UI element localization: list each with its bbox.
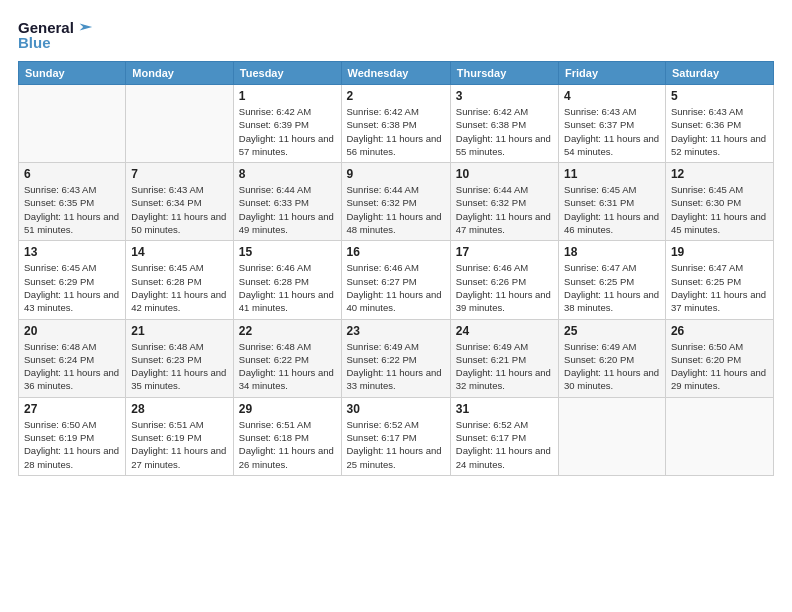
day-number: 30	[347, 402, 445, 416]
day-info: Sunrise: 6:46 AM Sunset: 6:26 PM Dayligh…	[456, 261, 553, 314]
day-info: Sunrise: 6:48 AM Sunset: 6:22 PM Dayligh…	[239, 340, 336, 393]
header: General Blue	[18, 18, 774, 51]
calendar-cell	[19, 85, 126, 163]
day-number: 26	[671, 324, 768, 338]
logo-blue: Blue	[18, 34, 51, 51]
calendar-cell: 15Sunrise: 6:46 AM Sunset: 6:28 PM Dayli…	[233, 241, 341, 319]
day-number: 24	[456, 324, 553, 338]
logo-arrow-icon	[76, 18, 94, 36]
day-info: Sunrise: 6:50 AM Sunset: 6:19 PM Dayligh…	[24, 418, 120, 471]
day-number: 23	[347, 324, 445, 338]
week-row-5: 27Sunrise: 6:50 AM Sunset: 6:19 PM Dayli…	[19, 397, 774, 475]
calendar-cell: 31Sunrise: 6:52 AM Sunset: 6:17 PM Dayli…	[450, 397, 558, 475]
calendar-cell: 29Sunrise: 6:51 AM Sunset: 6:18 PM Dayli…	[233, 397, 341, 475]
calendar-cell: 14Sunrise: 6:45 AM Sunset: 6:28 PM Dayli…	[126, 241, 233, 319]
svg-marker-0	[79, 23, 92, 30]
day-number: 10	[456, 167, 553, 181]
day-number: 11	[564, 167, 660, 181]
day-info: Sunrise: 6:43 AM Sunset: 6:34 PM Dayligh…	[131, 183, 227, 236]
calendar-cell: 27Sunrise: 6:50 AM Sunset: 6:19 PM Dayli…	[19, 397, 126, 475]
week-row-2: 6Sunrise: 6:43 AM Sunset: 6:35 PM Daylig…	[19, 163, 774, 241]
day-info: Sunrise: 6:44 AM Sunset: 6:33 PM Dayligh…	[239, 183, 336, 236]
day-info: Sunrise: 6:49 AM Sunset: 6:21 PM Dayligh…	[456, 340, 553, 393]
day-info: Sunrise: 6:45 AM Sunset: 6:30 PM Dayligh…	[671, 183, 768, 236]
day-number: 5	[671, 89, 768, 103]
calendar-cell: 21Sunrise: 6:48 AM Sunset: 6:23 PM Dayli…	[126, 319, 233, 397]
calendar-cell: 19Sunrise: 6:47 AM Sunset: 6:25 PM Dayli…	[665, 241, 773, 319]
calendar-cell: 26Sunrise: 6:50 AM Sunset: 6:20 PM Dayli…	[665, 319, 773, 397]
day-number: 9	[347, 167, 445, 181]
calendar-cell: 25Sunrise: 6:49 AM Sunset: 6:20 PM Dayli…	[559, 319, 666, 397]
weekday-header-sunday: Sunday	[19, 62, 126, 85]
calendar-header: SundayMondayTuesdayWednesdayThursdayFrid…	[19, 62, 774, 85]
day-info: Sunrise: 6:45 AM Sunset: 6:28 PM Dayligh…	[131, 261, 227, 314]
day-info: Sunrise: 6:52 AM Sunset: 6:17 PM Dayligh…	[347, 418, 445, 471]
logo-general: General	[18, 19, 74, 36]
day-info: Sunrise: 6:44 AM Sunset: 6:32 PM Dayligh…	[347, 183, 445, 236]
calendar-cell: 3Sunrise: 6:42 AM Sunset: 6:38 PM Daylig…	[450, 85, 558, 163]
calendar-cell: 17Sunrise: 6:46 AM Sunset: 6:26 PM Dayli…	[450, 241, 558, 319]
calendar-cell: 6Sunrise: 6:43 AM Sunset: 6:35 PM Daylig…	[19, 163, 126, 241]
day-info: Sunrise: 6:50 AM Sunset: 6:20 PM Dayligh…	[671, 340, 768, 393]
day-info: Sunrise: 6:49 AM Sunset: 6:22 PM Dayligh…	[347, 340, 445, 393]
day-info: Sunrise: 6:45 AM Sunset: 6:29 PM Dayligh…	[24, 261, 120, 314]
logo: General Blue	[18, 18, 94, 51]
calendar-cell	[126, 85, 233, 163]
day-number: 14	[131, 245, 227, 259]
day-number: 7	[131, 167, 227, 181]
calendar-cell: 18Sunrise: 6:47 AM Sunset: 6:25 PM Dayli…	[559, 241, 666, 319]
day-number: 29	[239, 402, 336, 416]
day-info: Sunrise: 6:47 AM Sunset: 6:25 PM Dayligh…	[564, 261, 660, 314]
calendar-cell: 10Sunrise: 6:44 AM Sunset: 6:32 PM Dayli…	[450, 163, 558, 241]
calendar-cell: 22Sunrise: 6:48 AM Sunset: 6:22 PM Dayli…	[233, 319, 341, 397]
day-info: Sunrise: 6:43 AM Sunset: 6:36 PM Dayligh…	[671, 105, 768, 158]
day-number: 15	[239, 245, 336, 259]
week-row-4: 20Sunrise: 6:48 AM Sunset: 6:24 PM Dayli…	[19, 319, 774, 397]
weekday-header-saturday: Saturday	[665, 62, 773, 85]
calendar-cell: 24Sunrise: 6:49 AM Sunset: 6:21 PM Dayli…	[450, 319, 558, 397]
calendar-table: SundayMondayTuesdayWednesdayThursdayFrid…	[18, 61, 774, 476]
day-number: 3	[456, 89, 553, 103]
weekday-header-wednesday: Wednesday	[341, 62, 450, 85]
day-info: Sunrise: 6:48 AM Sunset: 6:24 PM Dayligh…	[24, 340, 120, 393]
day-number: 1	[239, 89, 336, 103]
day-number: 19	[671, 245, 768, 259]
day-info: Sunrise: 6:51 AM Sunset: 6:18 PM Dayligh…	[239, 418, 336, 471]
calendar-cell: 12Sunrise: 6:45 AM Sunset: 6:30 PM Dayli…	[665, 163, 773, 241]
day-number: 31	[456, 402, 553, 416]
day-number: 12	[671, 167, 768, 181]
calendar-cell: 28Sunrise: 6:51 AM Sunset: 6:19 PM Dayli…	[126, 397, 233, 475]
day-number: 2	[347, 89, 445, 103]
day-info: Sunrise: 6:42 AM Sunset: 6:38 PM Dayligh…	[347, 105, 445, 158]
day-number: 22	[239, 324, 336, 338]
weekday-row: SundayMondayTuesdayWednesdayThursdayFrid…	[19, 62, 774, 85]
day-number: 20	[24, 324, 120, 338]
calendar-cell: 30Sunrise: 6:52 AM Sunset: 6:17 PM Dayli…	[341, 397, 450, 475]
day-number: 21	[131, 324, 227, 338]
day-number: 4	[564, 89, 660, 103]
day-info: Sunrise: 6:45 AM Sunset: 6:31 PM Dayligh…	[564, 183, 660, 236]
day-number: 16	[347, 245, 445, 259]
day-info: Sunrise: 6:47 AM Sunset: 6:25 PM Dayligh…	[671, 261, 768, 314]
day-info: Sunrise: 6:46 AM Sunset: 6:27 PM Dayligh…	[347, 261, 445, 314]
day-info: Sunrise: 6:44 AM Sunset: 6:32 PM Dayligh…	[456, 183, 553, 236]
calendar-cell: 16Sunrise: 6:46 AM Sunset: 6:27 PM Dayli…	[341, 241, 450, 319]
day-info: Sunrise: 6:52 AM Sunset: 6:17 PM Dayligh…	[456, 418, 553, 471]
day-info: Sunrise: 6:42 AM Sunset: 6:38 PM Dayligh…	[456, 105, 553, 158]
calendar-body: 1Sunrise: 6:42 AM Sunset: 6:39 PM Daylig…	[19, 85, 774, 476]
day-info: Sunrise: 6:49 AM Sunset: 6:20 PM Dayligh…	[564, 340, 660, 393]
day-info: Sunrise: 6:48 AM Sunset: 6:23 PM Dayligh…	[131, 340, 227, 393]
day-number: 27	[24, 402, 120, 416]
calendar-cell: 8Sunrise: 6:44 AM Sunset: 6:33 PM Daylig…	[233, 163, 341, 241]
weekday-header-monday: Monday	[126, 62, 233, 85]
day-number: 17	[456, 245, 553, 259]
day-info: Sunrise: 6:43 AM Sunset: 6:37 PM Dayligh…	[564, 105, 660, 158]
week-row-1: 1Sunrise: 6:42 AM Sunset: 6:39 PM Daylig…	[19, 85, 774, 163]
day-number: 25	[564, 324, 660, 338]
day-number: 8	[239, 167, 336, 181]
day-info: Sunrise: 6:46 AM Sunset: 6:28 PM Dayligh…	[239, 261, 336, 314]
calendar-cell: 1Sunrise: 6:42 AM Sunset: 6:39 PM Daylig…	[233, 85, 341, 163]
calendar-cell: 13Sunrise: 6:45 AM Sunset: 6:29 PM Dayli…	[19, 241, 126, 319]
weekday-header-tuesday: Tuesday	[233, 62, 341, 85]
calendar-cell	[559, 397, 666, 475]
